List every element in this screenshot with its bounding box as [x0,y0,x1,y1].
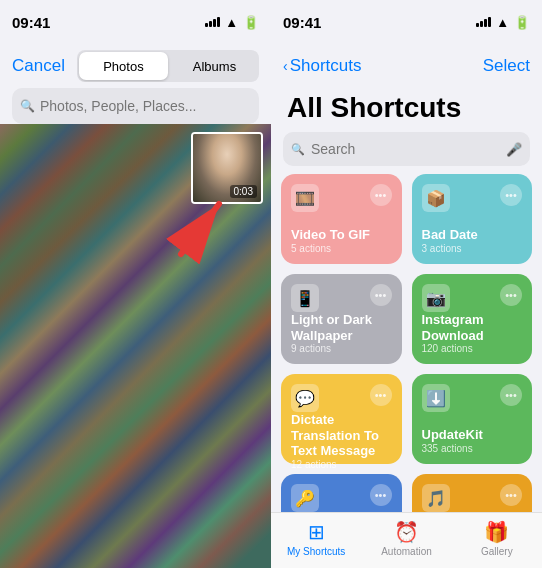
tab-icon: ⏰ [394,520,419,544]
shortcut-name: Dictate Translation To Text Message [291,412,392,459]
right-battery-icon: 🔋 [514,15,530,30]
tab-label: Gallery [481,546,513,557]
shortcuts-search-bar: 🎤 [271,132,542,174]
shortcut-name: Light or Dark Wallpaper [291,312,392,343]
shortcut-name: Instagram Download [422,312,523,343]
photos-search-input[interactable] [12,88,259,124]
tab-label: Automation [381,546,432,557]
shortcut-icon: 📦 [422,184,450,212]
shortcut-card[interactable]: 🎵 ••• My Year In Music 38 actions [412,474,533,512]
photos-panel: 09:41 ▲ 🔋 Cancel Photos Albums 0:03 [0,0,271,568]
shortcut-card[interactable]: 📷 ••• Instagram Download 120 actions [412,274,533,364]
shortcut-actions: 120 actions [422,343,523,354]
shortcut-name: Video To GIF [291,227,392,243]
page-title: All Shortcuts [271,88,542,132]
shortcut-actions: 9 actions [291,343,392,354]
shortcut-actions: 5 actions [291,243,392,254]
battery-icon: 🔋 [243,15,259,30]
tab-gallery[interactable]: 🎁 Gallery [452,520,542,557]
signal-icon [205,17,220,27]
cancel-button[interactable]: Cancel [12,56,65,76]
shortcut-icon: 🔑 [291,484,319,512]
shortcut-icon: 🎵 [422,484,450,512]
shortcuts-search-input[interactable] [283,132,530,166]
shortcut-more-button[interactable]: ••• [370,284,392,306]
right-wifi-icon: ▲ [496,15,509,30]
shortcut-icon: ⬇️ [422,384,450,412]
shortcut-card-header: 💬 ••• [291,384,392,412]
photos-nav-bar: Cancel Photos Albums [0,44,271,88]
red-arrow [161,184,241,264]
shortcut-name: UpdateKit [422,427,523,443]
shortcut-more-button[interactable]: ••• [500,484,522,506]
shortcut-icon: 💬 [291,384,319,412]
shortcut-more-button[interactable]: ••• [500,184,522,206]
shortcut-card-header: 🎵 ••• [422,484,523,512]
right-signal-icon [476,17,491,27]
shortcut-card[interactable]: 🔑 ••• AntiPaywall 40 actions [281,474,402,512]
shortcut-icon: 📷 [422,284,450,312]
shortcut-card-header: 📦 ••• [422,184,523,212]
shortcut-icon: 📱 [291,284,319,312]
right-status-icons: ▲ 🔋 [476,15,530,30]
shortcut-more-button[interactable]: ••• [500,384,522,406]
shortcut-card[interactable]: 🎞️ ••• Video To GIF 5 actions [281,174,402,264]
photos-search-bar [0,88,271,124]
left-status-bar: 09:41 ▲ 🔋 [0,0,271,44]
shortcut-card-header: ⬇️ ••• [422,384,523,412]
shortcut-card[interactable]: ⬇️ ••• UpdateKit 335 actions [412,374,533,464]
shortcut-more-button[interactable]: ••• [500,284,522,306]
right-status-bar: 09:41 ▲ 🔋 [271,0,542,44]
photos-tab[interactable]: Photos [79,52,168,80]
shortcut-icon: 🎞️ [291,184,319,212]
tab-bar: ⊞ My Shortcuts ⏰ Automation 🎁 Gallery [271,512,542,568]
tab-automation[interactable]: ⏰ Automation [361,520,451,557]
left-time: 09:41 [12,14,50,31]
back-button[interactable]: ‹ Shortcuts [283,56,361,76]
shortcut-actions: 3 actions [422,243,523,254]
tab-icon: 🎁 [484,520,509,544]
photo-grid: 0:03 [0,124,271,568]
shortcut-actions: 335 actions [422,443,523,454]
shortcuts-grid: 🎞️ ••• Video To GIF 5 actions 📦 ••• Bad … [271,174,542,512]
mic-icon: 🎤 [506,142,522,157]
back-label: Shortcuts [290,56,362,76]
shortcut-more-button[interactable]: ••• [370,384,392,406]
shortcut-card[interactable]: 📦 ••• Bad Date 3 actions [412,174,533,264]
albums-tab[interactable]: Albums [170,50,259,82]
shortcut-card-header: 🎞️ ••• [291,184,392,212]
tab-icon: ⊞ [308,520,325,544]
shortcut-card-header: 📱 ••• [291,284,392,312]
wifi-icon: ▲ [225,15,238,30]
left-status-icons: ▲ 🔋 [205,15,259,30]
shortcut-card[interactable]: 📱 ••• Light or Dark Wallpaper 9 actions [281,274,402,364]
shortcut-more-button[interactable]: ••• [370,184,392,206]
right-time: 09:41 [283,14,321,31]
segment-control: Photos Albums [77,50,259,82]
back-chevron-icon: ‹ [283,58,288,74]
shortcut-name: Bad Date [422,227,523,243]
shortcut-card[interactable]: 💬 ••• Dictate Translation To Text Messag… [281,374,402,464]
shortcuts-panel: 09:41 ▲ 🔋 ‹ Shortcuts Select All Shortcu… [271,0,542,568]
shortcut-actions: 12 actions [291,459,392,470]
select-button[interactable]: Select [483,56,530,76]
shortcut-card-header: 🔑 ••• [291,484,392,512]
tab-my-shortcuts[interactable]: ⊞ My Shortcuts [271,520,361,557]
tab-label: My Shortcuts [287,546,345,557]
shortcuts-nav: ‹ Shortcuts Select [271,44,542,88]
shortcut-more-button[interactable]: ••• [370,484,392,506]
svg-line-1 [181,204,219,254]
shortcut-card-header: 📷 ••• [422,284,523,312]
